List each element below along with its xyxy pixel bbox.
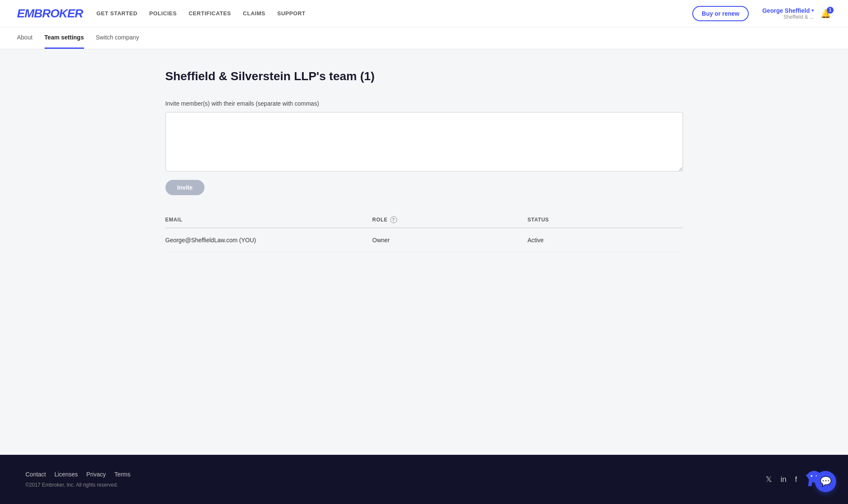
status-column-header: STATUS [528, 212, 683, 228]
role-help-icon[interactable]: ? [390, 216, 397, 223]
chat-bubble-button[interactable]: 💬 [815, 471, 836, 492]
footer-copyright: ©2017 Embroker, Inc. All rights reserved… [25, 482, 131, 488]
nav-policies[interactable]: POLICIES [149, 10, 177, 17]
member-email: George@SheffieldLaw.com (YOU) [165, 228, 372, 252]
buy-or-renew-button[interactable]: Buy or renew [692, 6, 749, 21]
invite-button[interactable]: Invite [165, 180, 205, 195]
header-right: George Sheffield ▾ Sheffield & ... 🔔 1 [762, 7, 831, 20]
brand-logo[interactable]: EMBROKER [17, 7, 83, 20]
tab-team-settings[interactable]: Team settings [45, 27, 84, 49]
footer-privacy[interactable]: Privacy [87, 471, 106, 478]
twitter-icon[interactable]: 𝕏 [766, 475, 772, 484]
nav-get-started[interactable]: GET STARTED [96, 10, 137, 17]
notification-badge: 1 [827, 7, 834, 14]
svg-point-0 [811, 475, 812, 477]
page-title: Sheffield & Silverstein LLP's team (1) [165, 70, 683, 83]
main-content: Sheffield & Silverstein LLP's team (1) I… [148, 49, 700, 455]
table-row: George@SheffieldLaw.com (YOU) Owner Acti… [165, 228, 683, 252]
footer-licenses[interactable]: Licenses [54, 471, 78, 478]
footer-social: 𝕏 in f [766, 470, 823, 489]
sub-nav: About Team settings Switch company [0, 27, 848, 49]
user-name: George Sheffield ▾ [762, 7, 814, 14]
chevron-down-icon: ▾ [812, 8, 814, 13]
tab-about[interactable]: About [17, 27, 33, 49]
invite-label: Invite member(s) with their emails (sepa… [165, 100, 683, 107]
footer: Contact Licenses Privacy Terms ©2017 Emb… [0, 455, 848, 504]
email-column-header: EMAIL [165, 212, 372, 228]
invite-textarea[interactable] [165, 112, 683, 171]
notification-bell[interactable]: 🔔 1 [820, 8, 831, 19]
user-menu[interactable]: George Sheffield ▾ Sheffield & ... [762, 7, 814, 20]
nav-claims[interactable]: CLAIMS [243, 10, 266, 17]
nav-certificates[interactable]: CERTIFICATES [189, 10, 231, 17]
footer-link-row: Contact Licenses Privacy Terms [25, 471, 131, 478]
member-role: Owner [372, 228, 528, 252]
facebook-icon[interactable]: f [795, 475, 797, 484]
member-status: Active [528, 228, 683, 252]
linkedin-icon[interactable]: in [781, 475, 786, 484]
user-company: Sheffield & ... [784, 14, 814, 20]
nav-support[interactable]: SUPPORT [277, 10, 305, 17]
role-column-header: ROLE ? [372, 212, 528, 228]
footer-terms[interactable]: Terms [114, 471, 130, 478]
members-table: EMAIL ROLE ? STATUS George@SheffieldLaw.… [165, 212, 683, 252]
chat-icon: 💬 [820, 476, 831, 487]
tab-switch-company[interactable]: Switch company [96, 27, 139, 49]
footer-links: Contact Licenses Privacy Terms ©2017 Emb… [25, 471, 131, 488]
footer-contact[interactable]: Contact [25, 471, 46, 478]
main-nav: GET STARTED POLICIES CERTIFICATES CLAIMS… [96, 10, 679, 17]
